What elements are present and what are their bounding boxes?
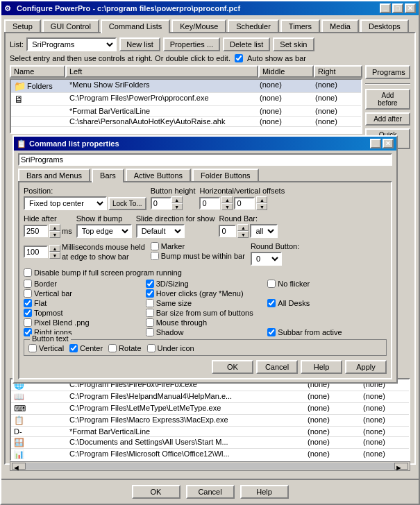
table-row[interactable]: 📖 C:\Program Files\HelpandManual4\HelpMa… <box>11 391 409 403</box>
table-row[interactable]: 📊 C:\Program Files\Microsoft Office\Offi… <box>11 449 409 461</box>
noflicker-check-label[interactable]: No flicker <box>267 280 387 288</box>
position-select[interactable]: Fixed top center <box>24 196 107 210</box>
disable-bump-label[interactable]: Disable bump if full screen program runn… <box>24 268 387 277</box>
scroll-left-btn[interactable]: ◄ <box>12 463 26 470</box>
hide-after-down[interactable]: ▼ <box>49 231 60 238</box>
minimize-button[interactable]: _ <box>380 3 391 13</box>
dialog-name-input[interactable] <box>18 153 392 166</box>
add-after-button[interactable]: Add after <box>365 112 410 126</box>
hv-offset2-input[interactable] <box>234 197 255 209</box>
pixelblend-checkbox[interactable] <box>24 318 32 327</box>
properties-button[interactable]: Properties ... <box>163 37 220 51</box>
table-row[interactable]: ⌨ C:\Program Files\LetMeType\LetMeType.e… <box>11 403 409 415</box>
topmost-check-label[interactable]: Topmost <box>24 309 143 317</box>
dialog-tab-bars[interactable]: Bars <box>92 169 124 182</box>
new-list-button[interactable]: New list <box>119 37 160 51</box>
alldesks-check-label[interactable]: All Desks <box>267 299 387 307</box>
bt-rotate-label[interactable]: Rotate <box>108 344 141 352</box>
table-row[interactable]: 📋 C:\Program Files\Macro Express3\MacExp… <box>11 415 409 427</box>
hv-offset2-up[interactable]: ▲ <box>256 196 267 203</box>
main-help-button[interactable]: Help <box>240 485 289 499</box>
table-row[interactable]: 🪟 C:\Documents and Settings\All Users\St… <box>11 437 409 449</box>
lock-to-button[interactable]: Lock To... <box>108 197 146 210</box>
dialog-tab-bars-menus[interactable]: Bars and Menus <box>18 169 90 181</box>
round-bar-input[interactable] <box>219 225 236 237</box>
dialog-help-button[interactable]: Help <box>301 360 342 374</box>
ms-input[interactable] <box>24 246 48 258</box>
disable-bump-checkbox[interactable] <box>24 268 32 277</box>
table-row[interactable]: 🖥 C:\Program Files\PowerPro\pproconf.exe… <box>11 93 361 106</box>
bt-vertical-label[interactable]: Vertical <box>28 344 64 352</box>
hv-offset1-down[interactable]: ▼ <box>221 203 233 210</box>
dialog-close-button[interactable]: ✕ <box>383 139 394 148</box>
bt-rotate-checkbox[interactable] <box>108 344 117 352</box>
dialog-ok-button[interactable]: OK <box>212 360 253 374</box>
auto-show-bar-check[interactable] <box>235 54 243 62</box>
hide-after-up[interactable]: ▲ <box>49 224 60 231</box>
tab-key-mouse[interactable]: Key/Mouse <box>171 19 226 32</box>
list-select[interactable]: SriPrograms <box>26 37 117 51</box>
table-row[interactable]: D- *Format BarVerticalLine (none) (none) <box>11 427 409 437</box>
main-cancel-button[interactable]: Cancel <box>186 485 235 499</box>
main-ok-button[interactable]: OK <box>132 485 180 499</box>
tab-setup[interactable]: Setup <box>4 19 41 32</box>
hoverclicks-check-label[interactable]: Hover clicks (gray *Menu) <box>146 289 387 298</box>
tab-desktops[interactable]: Desktops <box>360 19 409 32</box>
mousethrough-checkbox[interactable] <box>146 318 154 327</box>
dialog-minimize-button[interactable]: _ <box>370 139 381 148</box>
border-check-label[interactable]: Border <box>24 280 143 288</box>
mousethrough-check-label[interactable]: Mouse through <box>146 318 265 327</box>
show-if-bump-select[interactable]: Top edge <box>76 224 132 238</box>
programs-button[interactable]: Programs <box>365 65 410 79</box>
bt-undericon-label[interactable]: Under icon <box>147 344 194 352</box>
scroll-right-btn[interactable]: ► <box>394 463 408 470</box>
shadow-check-label[interactable]: Shadow <box>146 328 265 336</box>
hide-after-input[interactable] <box>24 225 48 237</box>
barsize-checkbox[interactable] <box>146 309 154 317</box>
maximize-button[interactable]: □ <box>392 3 403 13</box>
bt-vertical-checkbox[interactable] <box>28 344 37 352</box>
horizontal-scrollbar[interactable]: ◄ ► <box>10 461 410 471</box>
bt-center-checkbox[interactable] <box>69 344 78 352</box>
table-row[interactable]: C:\share\Personal\AutoHotKey\AutoRaise.a… <box>11 117 361 127</box>
table-row[interactable]: 📁 Folders *Menu Show SriFolders (none) (… <box>11 80 361 93</box>
dialog-tab-active-buttons[interactable]: Active Buttons <box>126 169 191 181</box>
samesize-check-label[interactable]: Same size <box>146 299 265 307</box>
set-skin-button[interactable]: Set skin <box>273 37 314 51</box>
bt-center-label[interactable]: Center <box>69 344 103 352</box>
hoverclicks-checkbox[interactable] <box>146 289 154 298</box>
hv-offset1-input[interactable] <box>199 197 220 209</box>
tab-command-lists[interactable]: Command Lists <box>101 19 170 33</box>
round-bar-up[interactable]: ▲ <box>237 224 249 231</box>
dialog-tab-folder-buttons[interactable]: Folder Buttons <box>192 169 259 181</box>
hv-offset1-up[interactable]: ▲ <box>221 196 233 203</box>
bt-undericon-checkbox[interactable] <box>147 344 156 352</box>
tab-gui-control[interactable]: GUI Control <box>42 19 99 32</box>
verticalbar-check-label[interactable]: Vertical bar <box>24 289 143 298</box>
close-button[interactable]: ✕ <box>405 3 416 13</box>
noflicker-checkbox[interactable] <box>267 280 276 288</box>
pixelblend-check-label[interactable]: Pixel Blend .png <box>24 318 143 327</box>
ms-down[interactable]: ▼ <box>49 252 60 259</box>
button-height-input[interactable] <box>151 197 171 209</box>
round-bar-select[interactable]: all <box>250 224 278 238</box>
round-button-select[interactable]: 0 <box>251 252 282 266</box>
slide-direction-select[interactable]: Default <box>136 224 185 238</box>
alldesks-checkbox[interactable] <box>267 299 276 307</box>
table-row[interactable]: *Format BarVerticalLine (none) (none) <box>11 106 361 117</box>
hv-offset2-down[interactable]: ▼ <box>256 203 267 210</box>
threed-check-label[interactable]: 3D/Sizing <box>146 280 265 288</box>
flat-check-label[interactable]: Flat <box>24 299 143 307</box>
flat-checkbox[interactable] <box>24 299 32 307</box>
subbar-checkbox[interactable] <box>267 328 276 336</box>
tab-timers[interactable]: Timers <box>280 19 320 32</box>
round-bar-down[interactable]: ▼ <box>237 231 249 238</box>
button-height-up[interactable]: ▲ <box>171 196 183 203</box>
shadow-checkbox[interactable] <box>146 328 154 336</box>
ms-up[interactable]: ▲ <box>49 245 60 252</box>
tab-scheduler[interactable]: Scheduler <box>228 19 279 32</box>
samesize-checkbox[interactable] <box>146 299 154 307</box>
button-height-down[interactable]: ▼ <box>171 203 183 210</box>
subbar-check-label[interactable]: Subbar from active <box>267 328 387 336</box>
border-checkbox[interactable] <box>24 280 32 288</box>
